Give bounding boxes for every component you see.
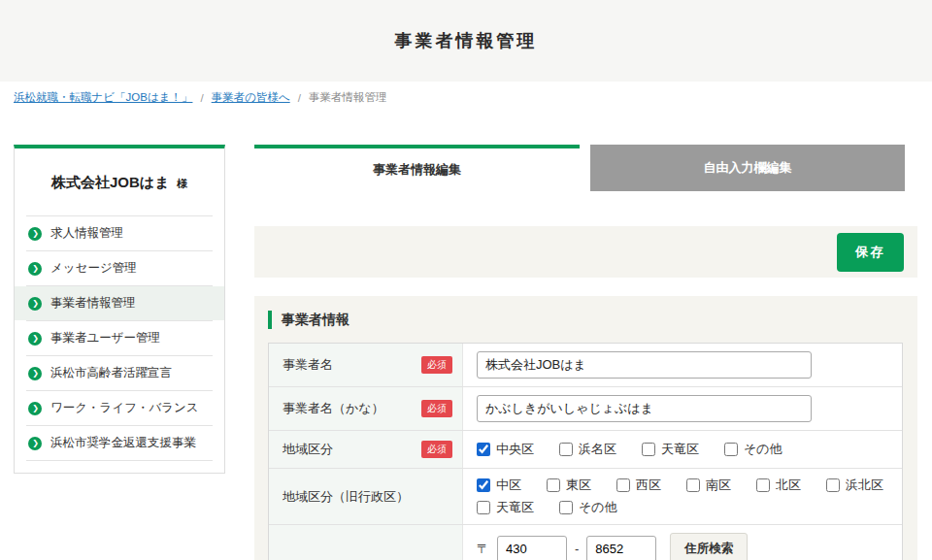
sidebar-item-label: メッセージ管理 bbox=[50, 260, 137, 277]
field-value-cell: 中央区 浜名区 天竜区 bbox=[463, 431, 902, 468]
checkbox-input[interactable] bbox=[477, 478, 490, 492]
company-name-suffix: 様 bbox=[177, 178, 187, 189]
form-row-business-name-kana: 事業者名（かな） 必須 bbox=[269, 387, 902, 431]
chevron-right-icon: ❯ bbox=[28, 297, 42, 311]
field-value-cell: 中区 東区 西区 南区 bbox=[463, 469, 902, 524]
checkbox-input[interactable] bbox=[477, 501, 490, 514]
required-badge: 必須 bbox=[421, 400, 452, 417]
chevron-right-icon: ❯ bbox=[28, 332, 42, 346]
field-label-cell: 地域区分（旧行政区） bbox=[269, 469, 463, 524]
required-badge: 必須 bbox=[421, 441, 452, 458]
field-value-cell bbox=[463, 387, 902, 430]
postal-code2-input[interactable] bbox=[586, 536, 656, 560]
checkbox-higashi-ku[interactable]: 東区 bbox=[547, 477, 591, 494]
checkbox-group-area-old-line1: 中区 東区 西区 南区 bbox=[477, 477, 883, 494]
breadcrumb-link-home[interactable]: 浜松就職・転職ナビ「JOBはま！」 bbox=[14, 90, 192, 105]
sidebar-item-work-life-balance[interactable]: ❯ ワーク・ライフ・バランス bbox=[15, 391, 224, 425]
checkbox-input[interactable] bbox=[547, 478, 560, 492]
checkbox-sonota[interactable]: その他 bbox=[724, 441, 782, 458]
field-value-cell: 〒 - 住所検索 bbox=[463, 525, 902, 560]
form-row-business-name: 事業者名 必須 bbox=[269, 344, 902, 387]
checkbox-kita-ku[interactable]: 北区 bbox=[756, 477, 801, 494]
checkbox-naka-ku[interactable]: 中区 bbox=[477, 477, 521, 494]
checkbox-label: 浜名区 bbox=[579, 441, 616, 458]
checkbox-hamakita-ku[interactable]: 浜北区 bbox=[826, 477, 883, 494]
form-row-address: 〒 - 住所検索 bbox=[269, 525, 902, 560]
sidebar-item-business-info[interactable]: ❯ 事業者情報管理 bbox=[15, 286, 224, 320]
breadcrumb: 浜松就職・転職ナビ「JOBはま！」 / 事業者の皆様へ / 事業者情報管理 bbox=[0, 82, 932, 113]
field-label: 地域区分 bbox=[283, 441, 333, 458]
checkbox-nishi-ku[interactable]: 西区 bbox=[616, 477, 661, 494]
business-name-kana-input[interactable] bbox=[477, 395, 812, 422]
checkbox-input[interactable] bbox=[686, 478, 700, 492]
main-layout: 株式会社JOBはま 様 ❯ 求人情報管理 ❯ メッセージ管理 ❯ 事業者情報管理… bbox=[0, 145, 932, 560]
address-search-button[interactable]: 住所検索 bbox=[670, 533, 748, 560]
page-header: 事業者情報管理 bbox=[0, 0, 932, 82]
postal-code-group: 〒 - 住所検索 bbox=[477, 533, 748, 560]
checkbox-input[interactable] bbox=[559, 501, 573, 514]
chevron-right-icon: ❯ bbox=[28, 437, 42, 450]
save-toolbar: 保存 bbox=[254, 226, 917, 278]
required-badge: 必須 bbox=[421, 356, 452, 374]
chevron-right-icon: ❯ bbox=[28, 402, 42, 415]
checkbox-chuo-ku[interactable]: 中央区 bbox=[477, 441, 534, 458]
checkbox-minami-ku[interactable]: 南区 bbox=[686, 477, 731, 494]
checkbox-label: 天竜区 bbox=[496, 499, 534, 516]
company-name-block: 株式会社JOBはま 様 bbox=[15, 148, 224, 215]
breadcrumb-current: 事業者情報管理 bbox=[309, 90, 387, 105]
sidebar-item-label: 事業者情報管理 bbox=[50, 295, 136, 312]
field-label: 事業者名（かな） bbox=[283, 400, 384, 417]
breadcrumb-separator: / bbox=[298, 92, 301, 104]
sidebar-item-senior-declaration[interactable]: ❯ 浜松市高齢者活躍宣言 bbox=[15, 356, 224, 390]
checkbox-hamana-ku[interactable]: 浜名区 bbox=[559, 441, 616, 458]
sidebar-item-messages[interactable]: ❯ メッセージ管理 bbox=[15, 251, 224, 285]
checkbox-label: 浜北区 bbox=[846, 477, 883, 494]
sidebar-item-label: 事業者ユーザー管理 bbox=[50, 330, 160, 346]
checkbox-sonota-old[interactable]: その他 bbox=[559, 499, 617, 516]
checkbox-label: その他 bbox=[579, 499, 617, 516]
checkbox-label: 中区 bbox=[496, 477, 521, 494]
save-button[interactable]: 保存 bbox=[837, 233, 904, 272]
postal-separator: - bbox=[575, 542, 579, 556]
checkbox-tenryu-ku[interactable]: 天竜区 bbox=[642, 441, 699, 458]
sidebar-item-label: 浜松市奨学金返還支援事業 bbox=[50, 435, 196, 451]
divider bbox=[26, 460, 213, 461]
field-label-cell: 事業者名 必須 bbox=[269, 344, 463, 386]
business-name-input[interactable] bbox=[477, 351, 812, 379]
checkbox-input[interactable] bbox=[642, 443, 655, 456]
checkbox-label: 東区 bbox=[566, 477, 591, 494]
chevron-right-icon: ❯ bbox=[28, 262, 42, 276]
tab-business-info-edit[interactable]: 事業者情報編集 bbox=[254, 145, 580, 191]
checkbox-label: 北区 bbox=[776, 477, 801, 494]
checkbox-input[interactable] bbox=[756, 478, 770, 492]
company-name: 株式会社JOBはま bbox=[51, 174, 170, 190]
breadcrumb-link-businesses[interactable]: 事業者の皆様へ bbox=[212, 90, 290, 105]
postal-mark: 〒 bbox=[477, 541, 489, 558]
checkbox-input[interactable] bbox=[724, 443, 738, 456]
main-content: 事業者情報編集 自由入力欄編集 保存 事業者情報 事業者名 必須 bbox=[254, 145, 917, 560]
postal-code1-input[interactable] bbox=[497, 536, 567, 560]
section-title: 事業者情報 bbox=[268, 311, 903, 329]
tab-free-input-edit[interactable]: 自由入力欄編集 bbox=[590, 145, 905, 191]
checkbox-group-area: 中央区 浜名区 天竜区 bbox=[477, 441, 782, 458]
sidebar-item-business-users[interactable]: ❯ 事業者ユーザー管理 bbox=[15, 321, 224, 355]
breadcrumb-separator: / bbox=[200, 92, 203, 104]
field-label: 事業者名 bbox=[283, 356, 333, 374]
checkbox-input[interactable] bbox=[477, 443, 490, 456]
business-info-panel: 事業者情報 事業者名 必須 事業者名（かな） 必須 bbox=[254, 296, 917, 560]
sidebar-item-label: 求人情報管理 bbox=[50, 225, 123, 242]
chevron-right-icon: ❯ bbox=[28, 367, 42, 380]
tab-bar: 事業者情報編集 自由入力欄編集 bbox=[254, 145, 917, 191]
sidebar-item-scholarship-support[interactable]: ❯ 浜松市奨学金返還支援事業 bbox=[15, 426, 224, 460]
checkbox-input[interactable] bbox=[559, 443, 573, 456]
form-row-area: 地域区分 必須 中央区 浜名区 bbox=[269, 431, 902, 469]
checkbox-input[interactable] bbox=[826, 478, 840, 492]
checkbox-label: 南区 bbox=[706, 477, 731, 494]
page-title: 事業者情報管理 bbox=[395, 29, 538, 52]
checkbox-label: 天竜区 bbox=[661, 441, 699, 458]
checkbox-input[interactable] bbox=[616, 478, 630, 492]
field-label-cell: 事業者名（かな） 必須 bbox=[269, 387, 463, 430]
checkbox-tenryu-ku-old[interactable]: 天竜区 bbox=[477, 499, 534, 516]
field-label-cell bbox=[269, 525, 463, 560]
sidebar-item-job-info[interactable]: ❯ 求人情報管理 bbox=[15, 216, 224, 250]
